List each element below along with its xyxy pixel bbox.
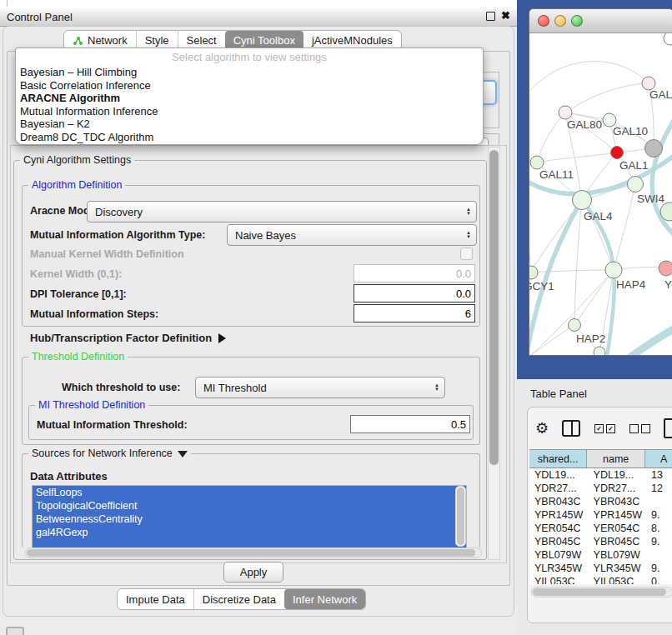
- network-edge-highlighted[interactable]: [529, 200, 582, 356]
- tab-impute-data[interactable]: Impute Data: [118, 589, 193, 609]
- network-window-titlebar[interactable]: [529, 9, 672, 33]
- node-label-gal80: GAL80: [567, 118, 602, 131]
- split-column-icon[interactable]: [562, 420, 580, 437]
- node-label-gcy1: GCY1: [529, 280, 554, 292]
- network-node[interactable]: [664, 33, 672, 45]
- window-zoom-traffic-light[interactable]: [571, 15, 583, 27]
- tab-discretize-data[interactable]: Discretize Data: [193, 589, 284, 609]
- apply-button[interactable]: Apply: [223, 562, 283, 582]
- dpi-tolerance-field[interactable]: [354, 284, 475, 302]
- network-node-gcy1[interactable]: [529, 266, 538, 279]
- network-graph: GAL2GAL80GAL10GAL1GAL11SWI4GAL4GCY1HAP4Y…: [529, 33, 672, 356]
- table-cell: 12: [648, 482, 672, 495]
- attribute-list-item[interactable]: SelfLoops: [33, 486, 466, 499]
- aracne-mode-value: Discovery: [88, 206, 461, 218]
- window-minimize-traffic-light[interactable]: [554, 15, 566, 27]
- settings-vertical-scrollbar[interactable]: [488, 147, 500, 560]
- network-edge[interactable]: [529, 325, 574, 356]
- column-header-shared[interactable]: shared...: [529, 450, 587, 468]
- hub-definition-toggle[interactable]: Hub/Transcription Factor Definition: [30, 332, 226, 344]
- kernel-width-field[interactable]: [354, 264, 475, 282]
- network-node[interactable]: [594, 347, 605, 356]
- network-edge[interactable]: [537, 112, 565, 162]
- network-node-gal11[interactable]: [530, 156, 544, 169]
- column-header-A[interactable]: A: [645, 450, 672, 468]
- tab-infer-network[interactable]: Infer Network: [284, 589, 365, 609]
- network-edge[interactable]: [614, 184, 635, 270]
- network-canvas[interactable]: GAL2GAL80GAL10GAL1GAL11SWI4GAL4GCY1HAP4Y…: [529, 33, 672, 356]
- network-node-hap4[interactable]: [605, 262, 622, 278]
- network-node-gal1[interactable]: [611, 147, 624, 159]
- network-node-gal4[interactable]: [573, 191, 592, 210]
- algorithm-option[interactable]: Dream8 DC_TDC Algorithm: [16, 131, 483, 144]
- mi-type-label: Mutual Information Algorithm Type:: [30, 229, 205, 241]
- tab-label: Select: [187, 34, 217, 47]
- algorithm-option[interactable]: Bayesian – Hill Climbing: [16, 66, 483, 79]
- network-node-hap2[interactable]: [569, 319, 581, 332]
- network-edge[interactable]: [529, 62, 649, 96]
- algorithm-option[interactable]: Bayesian – K2: [16, 118, 483, 131]
- table-panel-toolbar: ⚙ ✓✓: [528, 412, 672, 444]
- table-row[interactable]: YDL19...YDL19...13: [529, 468, 672, 482]
- attribute-list-item[interactable]: TopologicalCoefficient: [33, 499, 466, 512]
- column-header-name[interactable]: name: [587, 450, 645, 468]
- table-row[interactable]: YDR27...YDR27...12: [529, 482, 672, 495]
- table-row[interactable]: YBR045CYBR045C9.: [529, 535, 672, 548]
- table-cell: YDR27...: [589, 482, 648, 495]
- network-edge-highlighted[interactable]: [607, 270, 614, 356]
- mi-threshold-label: Mutual Information Threshold:: [37, 419, 188, 431]
- table-row[interactable]: YPR145WYPR145W9.: [529, 508, 672, 522]
- algorithm-option[interactable]: Basic Correlation Inference: [16, 79, 483, 92]
- aracne-mode-combo[interactable]: Discovery ▲▼: [87, 201, 477, 222]
- network-edge[interactable]: [537, 152, 617, 162]
- node-label-gal1: GAL1: [619, 159, 649, 172]
- sources-group-title[interactable]: Sources for Network Inference: [28, 448, 191, 459]
- which-threshold-label: Which threshold to use:: [62, 382, 180, 393]
- attribute-list-item[interactable]: gal4RGexp: [33, 526, 466, 539]
- network-node-y[interactable]: [659, 261, 672, 276]
- network-view-window[interactable]: GAL2GAL80GAL10GAL1GAL11SWI4GAL4GCY1HAP4Y…: [529, 8, 672, 356]
- mi-steps-field[interactable]: [354, 304, 475, 322]
- network-node[interactable]: [645, 140, 663, 158]
- attribute-list-item[interactable]: BetweennessCentrality: [33, 512, 466, 526]
- settings-horizontal-scrollbar[interactable]: [25, 548, 482, 558]
- document-icon[interactable]: [664, 418, 672, 438]
- data-attributes-list[interactable]: SelfLoopsTopologicalCoefficientBetweenne…: [32, 485, 467, 548]
- network-node-gal80[interactable]: [559, 106, 572, 119]
- deselect-all-icon[interactable]: [629, 424, 650, 433]
- algorithm-option[interactable]: ARACNE Algorithm: [16, 92, 483, 105]
- network-edge[interactable]: [565, 83, 649, 112]
- which-threshold-combo[interactable]: MI Threshold ▲▼: [195, 377, 445, 398]
- mi-threshold-field[interactable]: [350, 415, 470, 433]
- node-label-gal4: GAL4: [584, 210, 613, 222]
- attribute-list-scrollbar[interactable]: [455, 486, 466, 547]
- tab-label: jActiveMNodules: [312, 34, 393, 47]
- node-table[interactable]: shared...nameAYDL19...YDL19...13YDR27...…: [529, 449, 672, 584]
- collapsed-panel-button[interactable]: [6, 627, 24, 635]
- select-all-icon[interactable]: ✓✓: [594, 424, 615, 433]
- table-row[interactable]: YER054CYER054C8.: [529, 522, 672, 535]
- mi-type-combo[interactable]: Naive Bayes ▲▼: [227, 224, 477, 246]
- table-cell: YBR043C: [529, 495, 589, 508]
- algorithm-option[interactable]: Mutual Information Inference: [16, 105, 483, 118]
- window-close-traffic-light[interactable]: [538, 15, 549, 27]
- node-label-hap2: HAP2: [576, 332, 605, 345]
- table-row[interactable]: YLR345WYLR345W9.: [529, 562, 672, 575]
- gear-icon[interactable]: ⚙: [535, 419, 549, 438]
- network-edge[interactable]: [531, 270, 614, 272]
- network-edge[interactable]: [574, 200, 582, 325]
- table-cell: 0.: [648, 575, 672, 584]
- network-edge-highlighted[interactable]: [616, 323, 672, 356]
- table-row[interactable]: YBR043CYBR043C: [529, 495, 672, 508]
- table-row[interactable]: YIL053CYIL053C0.: [529, 575, 672, 584]
- table-horizontal-scrollbar[interactable]: [531, 587, 672, 598]
- network-edge[interactable]: [574, 270, 614, 325]
- bottom-tabbar: Impute DataDiscretize DataInfer Network: [117, 588, 366, 610]
- close-icon[interactable]: ✖: [501, 10, 510, 22]
- network-node-swi4[interactable]: [628, 177, 644, 192]
- manual-kernel-checkbox[interactable]: [460, 248, 473, 260]
- mi-threshold-group-title: MI Threshold Definition: [35, 399, 148, 411]
- table-cell: YPR145W: [589, 508, 648, 522]
- table-row[interactable]: YBL079WYBL079W: [529, 548, 672, 562]
- float-window-icon[interactable]: [486, 12, 495, 21]
